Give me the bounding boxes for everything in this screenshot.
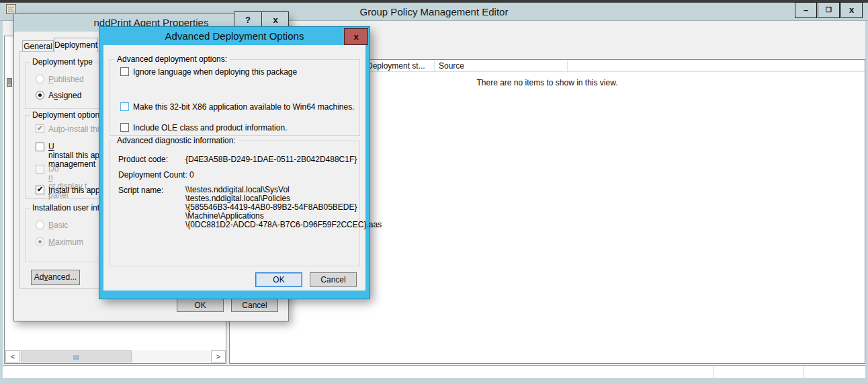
group-label: Deployment options (30, 110, 105, 120)
column-separator[interactable] (434, 61, 435, 71)
radio-published-label[interactable]: Published (48, 75, 84, 84)
advanced-deployment-dialog: Advanced Deployment Options x Advanced d… (99, 27, 370, 299)
maximize-icon: ❐ (818, 3, 839, 17)
scrollbar-thumb[interactable]: ||| (21, 350, 132, 362)
group-label: Deployment type (30, 57, 95, 67)
help-icon: ? (245, 15, 251, 25)
advanced-button[interactable]: Advanced... (31, 270, 80, 285)
tab-deployment[interactable]: Deployment (54, 38, 98, 52)
advanced-dialog-title: Advanced Deployment Options (99, 27, 370, 45)
window-icon (6, 4, 16, 14)
dialog-close-button[interactable]: x (262, 12, 289, 28)
properties-ok-button[interactable]: OK (177, 299, 224, 312)
close-button[interactable]: x (840, 2, 863, 18)
checkbox-uninstall[interactable] (36, 143, 44, 151)
checkbox-auto-install-label[interactable]: Auto-install this (48, 124, 103, 134)
radio-published[interactable] (36, 75, 44, 83)
column-separator[interactable] (567, 61, 568, 71)
tree-item-icon (7, 78, 12, 87)
deployment-count: Deployment Count: 0 (118, 170, 194, 180)
checkbox-auto-install[interactable] (36, 124, 44, 133)
advanced-dialog-close-button[interactable]: x (344, 28, 368, 45)
radio-maximum-label[interactable]: Maximum (48, 237, 83, 247)
checkbox-include-ole[interactable] (120, 123, 129, 132)
radio-basic[interactable] (36, 221, 44, 229)
group-label: Advanced deployment options: (115, 54, 229, 64)
checkbox-ignore-language-label[interactable]: Ignore language when deploying this pack… (133, 67, 297, 77)
checkbox-make-32bit-available[interactable] (120, 102, 129, 111)
checkbox-install-application[interactable] (36, 186, 44, 194)
advanced-ok-button[interactable]: OK (255, 272, 302, 287)
screen: { "colors": { "accent_cyan": "#41bce8", … (0, 0, 868, 384)
group-label: Advanced diagnostic information: (115, 136, 238, 145)
script-name-value: \\testes.nddigital.local\SysVol \testes.… (185, 186, 382, 229)
scroll-left-button[interactable]: < (5, 350, 20, 362)
status-bar-divider (803, 367, 804, 378)
close-icon: x (273, 15, 277, 25)
checkbox-install-application-label[interactable]: Install this applic (48, 186, 107, 195)
checkbox-ignore-language[interactable] (120, 67, 129, 76)
horizontal-scrollbar[interactable]: < ||| > (5, 350, 226, 362)
close-icon: x (841, 3, 862, 17)
dialog-help-button[interactable]: ? (234, 12, 261, 28)
scroll-right-icon: > (216, 352, 220, 360)
advanced-cancel-button[interactable]: Cancel (310, 272, 357, 287)
column-header-deployment-state[interactable]: Deployment st... (367, 60, 425, 72)
status-bar (3, 365, 865, 378)
properties-cancel-button[interactable]: Cancel (231, 299, 278, 312)
minimize-button[interactable]: – (795, 2, 817, 18)
close-icon: x (353, 32, 358, 42)
group-label: Installation user inte (30, 203, 106, 213)
column-header-source[interactable]: Source (439, 60, 464, 72)
scroll-right-button[interactable]: > (211, 350, 226, 362)
radio-assigned[interactable] (36, 91, 44, 100)
radio-maximum[interactable] (36, 237, 44, 246)
advanced-dialog-body: Advanced deployment options: Ignore lang… (103, 45, 365, 291)
radio-assigned-label[interactable]: Assigned (48, 91, 81, 100)
radio-basic-label[interactable]: Basic (48, 221, 68, 230)
maximize-button[interactable]: ❐ (818, 2, 840, 18)
script-name-label: Script name: (118, 186, 163, 195)
scrollbar-grip-icon: ||| (73, 354, 79, 360)
checkbox-do-not-display[interactable] (36, 165, 44, 174)
scroll-left-icon: < (11, 352, 15, 360)
product-code-label: Product code: (118, 155, 168, 164)
checkbox-make-32bit-available-label[interactable]: Make this 32-bit X86 application availab… (133, 102, 355, 112)
product-code-value: {D4E3A58B-D249-1DAE-0511-2B042D488C1F} (185, 155, 357, 164)
checkbox-include-ole-label[interactable]: Include OLE class and product informatio… (133, 123, 287, 132)
status-bar-divider (713, 367, 714, 378)
tab-general[interactable]: General (22, 40, 54, 51)
minimize-icon: – (795, 3, 816, 17)
